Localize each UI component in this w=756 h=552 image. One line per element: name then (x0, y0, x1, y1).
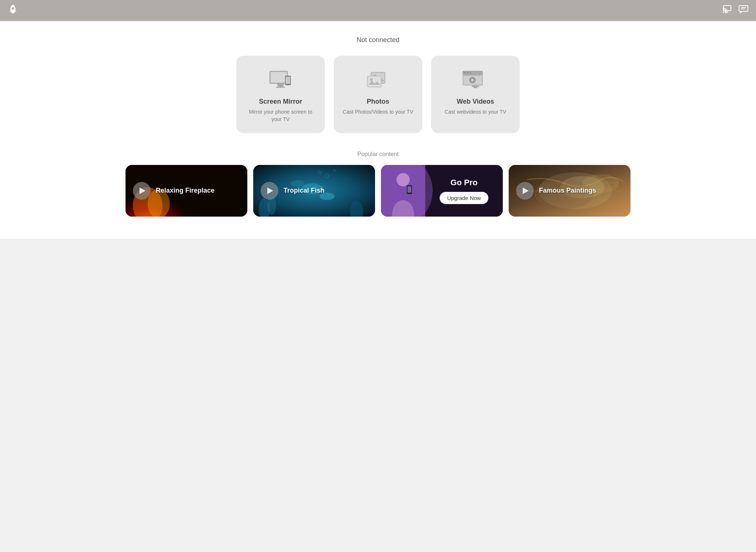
svg-rect-9 (286, 77, 290, 84)
photos-icon (363, 69, 393, 91)
gopro-image-area (381, 165, 425, 217)
tropical-fish-card[interactable]: Tropical Fish (253, 165, 375, 217)
cast-icon[interactable] (722, 4, 732, 17)
svg-rect-6 (271, 72, 287, 83)
gopro-content-overlay: Go Pro Upgrade Now (381, 165, 503, 217)
photos-desc: Cast Photos/Videos to your TV (343, 108, 413, 116)
photos-title: Photos (367, 98, 389, 106)
svg-point-0 (12, 7, 14, 10)
svg-rect-26 (474, 87, 477, 88)
toolbar-left (7, 4, 18, 17)
upgrade-now-button[interactable]: Upgrade Now (440, 192, 488, 204)
svg-point-16 (370, 78, 373, 81)
web-videos-icon (461, 69, 490, 91)
gopro-title: Go Pro (450, 178, 477, 187)
fish-title: Tropical Fish (284, 186, 324, 195)
paintings-overlay: Famous Paintings (509, 165, 630, 217)
gopro-text-area: Go Pro Upgrade Now (425, 165, 503, 217)
web-videos-title: Web Videos (457, 98, 494, 106)
screen-mirror-card[interactable]: Screen Mirror Mirror your phone screen t… (236, 56, 325, 133)
svg-rect-25 (472, 86, 479, 87)
screen-mirror-icon (266, 69, 295, 91)
svg-rect-15 (368, 77, 381, 86)
svg-point-22 (464, 72, 466, 73)
popular-content-label: Popular content (7, 151, 749, 158)
play-triangle-icon (267, 187, 273, 194)
famous-paintings-card[interactable]: Famous Paintings (509, 165, 630, 217)
photos-card[interactable]: Photos Cast Photos/Videos to your TV (334, 56, 422, 133)
go-pro-card[interactable]: Go Pro Upgrade Now (381, 165, 503, 217)
svg-rect-19 (463, 74, 483, 75)
screen-mirror-desc: Mirror your phone screen to your TV (244, 108, 317, 123)
rocket-icon (7, 4, 18, 17)
toolbar-right (722, 4, 749, 17)
fireplace-play-button[interactable] (133, 182, 151, 200)
fireplace-overlay: Relaxing Fireplace (126, 165, 247, 217)
toolbar (0, 0, 756, 21)
web-videos-card[interactable]: Web Videos Cast webvideos to your TV (431, 56, 520, 133)
message-icon[interactable] (738, 4, 749, 17)
paintings-title: Famous Paintings (539, 186, 596, 195)
svg-rect-7 (276, 87, 285, 88)
play-triangle-icon (140, 187, 145, 194)
feature-cards-row: Screen Mirror Mirror your phone screen t… (7, 56, 749, 133)
screen-mirror-title: Screen Mirror (259, 98, 302, 106)
fish-overlay: Tropical Fish (253, 165, 375, 217)
web-videos-desc: Cast webvideos to your TV (444, 108, 506, 116)
svg-point-24 (470, 72, 471, 73)
main-content: Not connected Screen Mirror Mirror your … (0, 21, 756, 239)
relaxing-fireplace-card[interactable]: Relaxing Fireplace (126, 165, 247, 217)
svg-point-10 (288, 84, 288, 85)
fish-play-button[interactable] (261, 182, 278, 200)
content-cards-row: Relaxing Fireplace (7, 165, 749, 217)
paintings-play-button[interactable] (516, 182, 534, 200)
connection-status: Not connected (7, 36, 749, 44)
play-triangle-icon (523, 187, 529, 194)
svg-point-23 (467, 72, 468, 73)
fireplace-title: Relaxing Fireplace (156, 186, 214, 195)
